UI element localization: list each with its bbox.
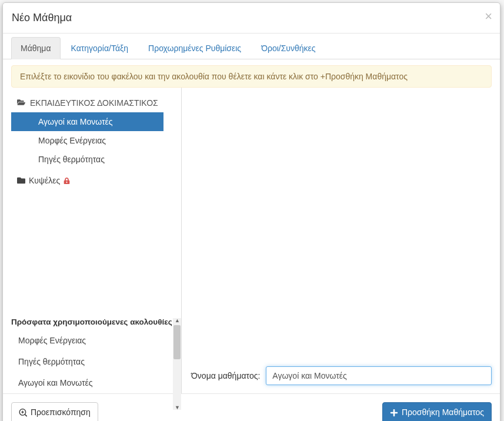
recent-item[interactable]: Πηγές θερμότητας [11, 351, 181, 372]
tree-item-label: Μορφές Ενέργειας [38, 136, 106, 145]
tab-lesson[interactable]: Μάθημα [11, 37, 61, 59]
tab-terms[interactable]: Όροι/Συνθήκες [252, 37, 325, 59]
tree-item-label: Αγωγοί και Μονωτές [38, 117, 112, 126]
tab-bar: Μάθημα Κατηγορία/Τάξη Προχωρημένες Ρυθμί… [3, 37, 500, 59]
tree-leaf-locked[interactable]: Κυψέλες [11, 171, 181, 190]
recent-item[interactable]: Αγωγοί και Μονωτές [11, 372, 181, 393]
scroll-thumb[interactable] [173, 325, 181, 359]
left-pane: ΕΚΠΑΙΔΕΥΤΙΚΟΣ ΔΟΚΙΜΑΣΤΙΚΟΣ Αγωγοί και Μο… [11, 88, 182, 393]
lesson-name-row: Όνομα μαθήματος: [191, 366, 492, 385]
tree-item-label: Πηγές θερμότητας [38, 155, 105, 164]
folder-icon [17, 176, 25, 185]
tree-root-label: ΕΚΠΑΙΔΕΥΤΙΚΟΣ ΔΟΚΙΜΑΣΤΙΚΟΣ [30, 98, 158, 108]
folder-tree: ΕΚΠΑΙΔΕΥΤΙΚΟΣ ΔΟΚΙΜΑΣΤΙΚΟΣ Αγωγοί και Μο… [11, 96, 181, 315]
modal-footer: Προεπισκόπηση Προσθήκη Μαθήματος [3, 393, 500, 421]
tree-item-selected[interactable]: Αγωγοί και Μονωτές [11, 112, 163, 131]
folder-open-icon [17, 98, 25, 106]
tree-children: Αγωγοί και Μονωτές Μορφές Ενέργειας Πηγέ… [11, 112, 181, 169]
scrollbar[interactable]: ▲ ▼ [173, 318, 181, 410]
tree-root-folder[interactable]: ΕΚΠΑΙΔΕΥΤΙΚΟΣ ΔΟΚΙΜΑΣΤΙΚΟΣ [11, 96, 181, 112]
preview-button-label: Προεπισκόπηση [31, 407, 91, 419]
add-lesson-button[interactable]: Προσθήκη Μαθήματος [382, 402, 492, 421]
tree-item[interactable]: Μορφές Ενέργειας [11, 131, 181, 150]
zoom-in-icon [19, 409, 27, 417]
info-alert: Επιλέξτε το εικονίδιο του φακέλου και τη… [11, 65, 492, 88]
modal-header: Νέο Μάθημα × [3, 3, 500, 34]
close-icon: × [485, 9, 492, 24]
lock-icon [64, 178, 70, 184]
modal-body: ΕΚΠΑΙΔΕΥΤΙΚΟΣ ΔΟΚΙΜΑΣΤΙΚΟΣ Αγωγοί και Μο… [11, 88, 492, 393]
recent-title: Πρόσφατα χρησιμοποιούμενες ακολουθίες [11, 315, 181, 330]
scroll-up-icon: ▲ [175, 318, 180, 323]
add-lesson-button-label: Προσθήκη Μαθήματος [402, 407, 484, 419]
modal-title: Νέο Μάθημα [12, 12, 491, 24]
tab-category[interactable]: Κατηγορία/Τάξη [62, 37, 138, 59]
recent-sequences: Πρόσφατα χρησιμοποιούμενες ακολουθίες Μο… [11, 315, 181, 393]
preview-button[interactable]: Προεπισκόπηση [11, 402, 98, 421]
tree-leaf-label: Κυψέλες [29, 176, 60, 185]
scroll-down-icon: ▼ [175, 405, 180, 410]
tree-item[interactable]: Πηγές θερμότητας [11, 150, 181, 169]
recent-item[interactable]: Μορφές Ενέργειας [11, 330, 181, 351]
recent-list: Μορφές Ενέργειας Πηγές θερμότητας Αγωγοί… [11, 330, 181, 393]
lesson-name-input[interactable] [266, 366, 492, 385]
modal-new-lesson: Νέο Μάθημα × Μάθημα Κατηγορία/Τάξη Προχω… [2, 2, 500, 421]
close-button[interactable]: × [485, 10, 492, 23]
tab-advanced[interactable]: Προχωρημένες Ρυθμίσεις [139, 37, 251, 59]
plus-icon [390, 409, 398, 417]
lesson-name-label: Όνομα μαθήματος: [191, 371, 260, 380]
right-pane: Όνομα μαθήματος: [182, 88, 492, 393]
